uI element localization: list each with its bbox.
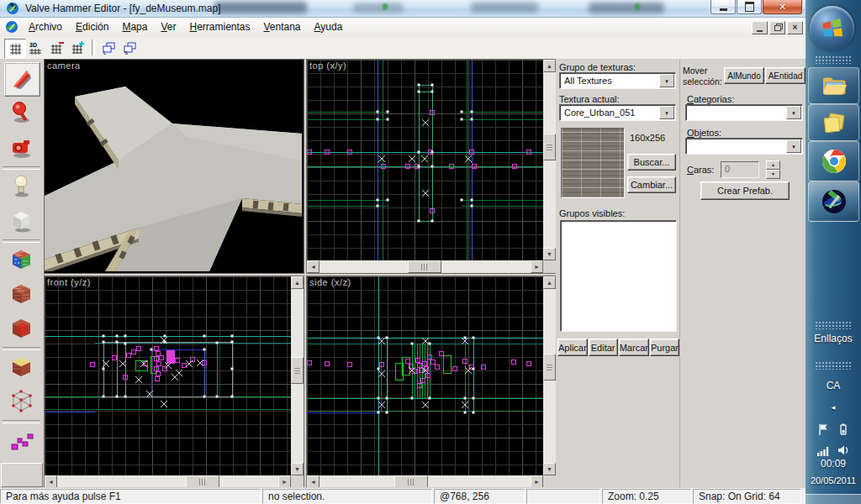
- menu-archivo[interactable]: Archivo: [22, 18, 69, 37]
- toggle-texture-tool[interactable]: [4, 243, 39, 276]
- menu-herramientas[interactable]: Herramientas: [182, 18, 256, 37]
- decal-tool[interactable]: [4, 312, 39, 344]
- vertical-scrollbar[interactable]: [543, 60, 556, 260]
- close-icon[interactable]: ✕: [763, 0, 802, 14]
- scrollbar-thumb[interactable]: [394, 475, 428, 488]
- scroll-down-icon[interactable]: [291, 463, 304, 475]
- scroll-right-icon[interactable]: [531, 475, 543, 488]
- editar-button[interactable]: Editar: [589, 339, 618, 356]
- horizontal-scrollbar[interactable]: [307, 475, 543, 488]
- magnify-tool[interactable]: [4, 97, 39, 129]
- menu-ventana[interactable]: Ventana: [256, 18, 307, 37]
- chevron-down-icon[interactable]: ▼: [659, 106, 674, 119]
- clock-time[interactable]: 00:09: [806, 458, 861, 470]
- path-tool[interactable]: [4, 423, 39, 456]
- scroll-up-icon[interactable]: [543, 60, 556, 72]
- speaker-icon[interactable]: [837, 444, 850, 457]
- categories-combo[interactable]: ▼: [685, 104, 803, 121]
- chevron-down-icon[interactable]: ▼: [659, 74, 674, 87]
- scroll-left-icon[interactable]: [45, 475, 57, 488]
- vertex-tool[interactable]: [4, 385, 39, 417]
- taskbar-app-sticky-notes[interactable]: [808, 104, 859, 141]
- menu-ver[interactable]: Ver: [154, 18, 182, 37]
- menu-mapa[interactable]: Mapa: [115, 18, 154, 37]
- scroll-right-icon[interactable]: [531, 260, 543, 273]
- faces-field[interactable]: 0: [721, 161, 759, 178]
- viewport-top[interactable]: top (x/y): [306, 59, 557, 274]
- scrollbar-thumb[interactable]: [291, 357, 304, 384]
- taskbar-app-chrome[interactable]: [808, 141, 859, 181]
- taskbar-grip[interactable]: [815, 55, 852, 64]
- selection-tool[interactable]: [4, 62, 40, 97]
- camera-tool[interactable]: [4, 131, 39, 164]
- scrollbar-thumb[interactable]: [543, 134, 556, 160]
- network-icon[interactable]: [816, 444, 830, 457]
- scrollbar-thumb[interactable]: [186, 475, 219, 488]
- apply-texture-tool[interactable]: [4, 277, 39, 310]
- browse-texture-button[interactable]: Buscar...: [627, 154, 676, 171]
- horizontal-scrollbar[interactable]: [45, 475, 291, 488]
- grid-larger-button[interactable]: [67, 39, 87, 57]
- scroll-down-icon[interactable]: [543, 248, 556, 260]
- clock-date[interactable]: 20/05/2011: [806, 475, 861, 486]
- menu-edicion[interactable]: Edición: [69, 18, 115, 37]
- scroll-up-icon[interactable]: [291, 276, 304, 289]
- language-indicator[interactable]: CA: [806, 380, 861, 391]
- chevron-down-icon[interactable]: ▼: [786, 139, 801, 153]
- block-tool[interactable]: [4, 204, 39, 237]
- viewport-camera[interactable]: camera: [44, 59, 304, 274]
- clip-tool[interactable]: [4, 350, 39, 383]
- viewport-front[interactable]: front (y/z): [44, 276, 304, 489]
- viewport-side[interactable]: side (x/z): [306, 276, 557, 489]
- scroll-right-icon[interactable]: [278, 475, 291, 488]
- mdi-restore-icon[interactable]: [769, 21, 785, 34]
- hidden-icons-arrow-icon[interactable]: ◄: [806, 404, 861, 412]
- minimize-icon[interactable]: [710, 0, 736, 14]
- texture-preview[interactable]: [561, 128, 625, 198]
- mdi-minimize-icon[interactable]: [752, 21, 768, 34]
- vertical-scrollbar[interactable]: [543, 276, 556, 475]
- grid-3d-button[interactable]: 3D: [25, 39, 45, 57]
- current-texture-combo[interactable]: Core_Urban_051 ▼: [559, 104, 676, 121]
- marcar-button[interactable]: Marcar: [619, 339, 649, 356]
- move-to-world-button[interactable]: AlMundo: [724, 67, 764, 84]
- scroll-up-icon[interactable]: [543, 276, 556, 289]
- current-texture-value: Core_Urban_051: [564, 108, 635, 118]
- scroll-left-icon[interactable]: [307, 260, 320, 273]
- scroll-down-icon[interactable]: [543, 463, 556, 475]
- spinner-up-icon[interactable]: ▲: [766, 160, 780, 170]
- move-to-entity-button[interactable]: AEntidad: [765, 67, 806, 84]
- horizontal-scrollbar[interactable]: [307, 260, 543, 273]
- aplicar-button[interactable]: Aplicar: [557, 339, 588, 356]
- taskbar-app-hammer[interactable]: [808, 181, 859, 222]
- purgar-button[interactable]: Purgar: [650, 339, 679, 356]
- visible-groups-list[interactable]: [560, 220, 677, 332]
- scrollbar-thumb[interactable]: [408, 260, 441, 273]
- scroll-left-icon[interactable]: [307, 475, 320, 488]
- flag-icon[interactable]: [817, 423, 831, 436]
- grid-toggle-button[interactable]: [4, 39, 26, 59]
- create-prefab-button[interactable]: Crear Prefab.: [700, 181, 790, 200]
- cascade-small-button[interactable]: S: [119, 39, 140, 57]
- maximize-icon[interactable]: [737, 0, 762, 14]
- cascade-large-button[interactable]: L: [98, 39, 119, 57]
- taskbar-grip[interactable]: [815, 321, 852, 329]
- show-desktop-button[interactable]: [806, 494, 861, 504]
- menu-ayuda[interactable]: Ayuda: [308, 18, 350, 37]
- scrollbar-thumb[interactable]: [543, 354, 556, 381]
- vertical-scrollbar[interactable]: [291, 276, 304, 475]
- texture-group-combo[interactable]: All Textures ▼: [559, 72, 676, 89]
- replace-texture-button[interactable]: Cambiar...: [627, 176, 676, 193]
- entity-tool[interactable]: [4, 170, 39, 202]
- objects-combo[interactable]: ▼: [685, 138, 803, 155]
- taskbar-app-explorer[interactable]: [808, 67, 859, 104]
- battery-icon[interactable]: [837, 423, 850, 436]
- mdi-close-icon[interactable]: ×: [787, 21, 803, 34]
- windows-logo-icon: [821, 18, 843, 39]
- chevron-down-icon[interactable]: ▼: [786, 106, 801, 119]
- taskbar-grip[interactable]: [815, 361, 852, 370]
- texture-cube-icon: [8, 281, 34, 307]
- start-button[interactable]: [810, 6, 854, 50]
- spinner-down-icon[interactable]: ▼: [766, 170, 780, 179]
- grid-smaller-button[interactable]: [46, 39, 66, 57]
